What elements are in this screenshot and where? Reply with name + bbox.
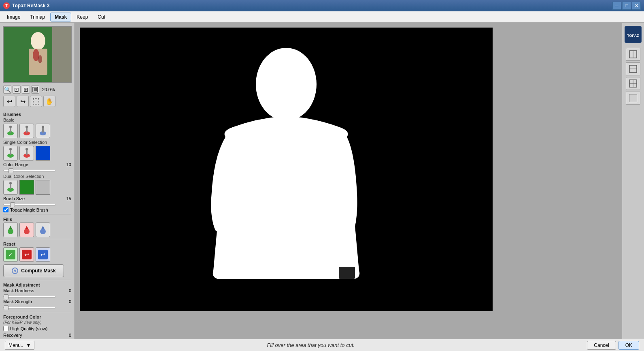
svg-point-2 — [31, 32, 45, 50]
zoom-fit-button[interactable]: 🔍 — [3, 86, 11, 94]
reset-red-btn[interactable]: ↩ — [19, 247, 34, 262]
canvas-area[interactable] — [75, 23, 622, 339]
svg-text:TOPAZ: TOPAZ — [627, 34, 639, 38]
svg-point-14 — [26, 126, 28, 128]
app-title: Topaz ReMask 3 — [12, 3, 49, 9]
divider3 — [3, 280, 71, 280]
mask-canvas[interactable] — [80, 28, 493, 311]
reset-blue-btn[interactable]: ↩ — [36, 247, 50, 262]
menu-image[interactable]: Image — [2, 13, 25, 21]
compute-mask-button[interactable]: Compute Mask — [3, 264, 64, 277]
sc-cut-icon[interactable] — [19, 146, 34, 161]
titlebar: T Topaz ReMask 3 ─ □ ✕ — [0, 0, 644, 11]
dc-swatch1[interactable] — [19, 180, 34, 195]
reset-green-btn[interactable]: ✓ — [3, 247, 18, 262]
cut-brush-icon[interactable] — [19, 124, 34, 138]
menu-dropdown-label: Menu... — [9, 342, 25, 348]
zoom-value: 20.0% — [40, 87, 56, 92]
foreground-color-header: Foreground Color — [3, 315, 71, 319]
mask-strength-value: 0 — [60, 299, 71, 304]
svg-text:✓: ✓ — [8, 251, 13, 258]
color-range-value: 10 — [60, 162, 71, 167]
magic-brush-row[interactable]: Topaz Magic Brush — [3, 207, 71, 212]
thumbnail-preview — [3, 26, 72, 83]
select-button[interactable] — [30, 96, 42, 107]
magic-brush-checkbox[interactable] — [3, 207, 9, 212]
sc-keep-icon[interactable] — [3, 146, 18, 161]
divider2 — [3, 239, 71, 239]
menu-cut[interactable]: Cut — [93, 13, 110, 21]
menu-trimap[interactable]: Trimap — [26, 13, 49, 21]
svg-point-29 — [24, 229, 30, 234]
color-range-label: Color Range — [3, 162, 60, 167]
person-silhouette — [193, 44, 379, 295]
high-quality-checkbox[interactable] — [3, 326, 9, 331]
cancel-button[interactable]: Cancel — [587, 341, 616, 350]
statusbar-left: Menu... ▼ — [5, 341, 34, 350]
menu-dropdown-arrow: ▼ — [26, 342, 31, 348]
svg-rect-7 — [34, 88, 37, 91]
color-range-slider[interactable] — [3, 170, 56, 171]
layout-btn-1[interactable] — [626, 48, 640, 61]
thumbnail-image — [4, 27, 71, 82]
sc-color-swatch[interactable] — [36, 146, 50, 161]
mask-strength-slider[interactable] — [3, 307, 56, 308]
svg-rect-43 — [339, 267, 355, 279]
layout-btn-2[interactable] — [626, 62, 640, 75]
dc-keep-icon[interactable] — [3, 180, 18, 195]
hand-tool-button[interactable]: ✋ — [43, 96, 55, 107]
fill-mixed-icon[interactable] — [36, 223, 50, 237]
svg-point-17 — [42, 126, 44, 128]
reset-header: Reset — [3, 242, 71, 246]
mask-hardness-value: 0 — [60, 288, 71, 293]
undo-button[interactable]: ↩ — [3, 96, 15, 107]
svg-point-40 — [14, 270, 16, 272]
svg-point-41 — [256, 48, 317, 121]
svg-marker-32 — [41, 226, 45, 229]
zoom-100-button[interactable] — [31, 86, 39, 94]
reset-row: ✓ ↩ ↩ — [3, 247, 71, 262]
svg-rect-8 — [33, 98, 39, 104]
panel-scroll: Brushes Basic — [0, 108, 74, 339]
mask-strength-row: Mask Strength 0 — [3, 299, 71, 304]
fill-keep-icon[interactable] — [3, 223, 18, 237]
basic-brushes-row — [3, 124, 71, 138]
brush-size-label: Brush Size — [3, 196, 60, 201]
svg-point-11 — [9, 126, 12, 128]
dc-swatch2[interactable] — [36, 180, 50, 195]
high-quality-row[interactable]: High Quality (slow) — [3, 326, 71, 331]
keep-brush-icon[interactable] — [3, 124, 18, 138]
recovery-row: Recovery 0 — [3, 333, 71, 338]
brush-size-row: Brush Size 15 — [3, 196, 71, 201]
close-button[interactable]: ✕ — [632, 2, 641, 10]
zoom-actual-button[interactable]: ⊡ — [13, 86, 21, 94]
svg-point-26 — [9, 182, 12, 184]
ok-button[interactable]: OK — [618, 341, 639, 350]
minimize-button[interactable]: ─ — [612, 2, 621, 10]
zoom-select-button[interactable]: ⊞ — [22, 86, 30, 94]
dual-color-brushes — [3, 180, 71, 195]
titlebar-left: T Topaz ReMask 3 — [3, 2, 49, 9]
svg-marker-28 — [9, 226, 12, 229]
brush-size-slider[interactable] — [3, 204, 56, 205]
menu-keep[interactable]: Keep — [72, 13, 92, 21]
left-panel: 🔍 ⊡ ⊞ 20.0% ↩ ↪ ✋ Brushes Basic — [0, 23, 75, 339]
divider4 — [3, 312, 71, 312]
zoom-bar: 🔍 ⊡ ⊞ 20.0% — [0, 84, 74, 95]
fill-cut-icon[interactable] — [19, 223, 34, 237]
status-message: Fill over the area that you want to cut. — [34, 342, 587, 348]
mask-hardness-slider[interactable] — [3, 296, 56, 297]
layout-btn-3[interactable] — [626, 77, 640, 90]
layout-btn-4[interactable] — [626, 92, 640, 105]
titlebar-controls[interactable]: ─ □ ✕ — [612, 2, 641, 10]
redo-button[interactable]: ↪ — [17, 96, 29, 107]
topaz-logo: TOPAZ — [625, 26, 642, 43]
recovery-label: Recovery — [3, 333, 60, 338]
mixed-brush-icon[interactable] — [36, 124, 50, 138]
menu-dropdown[interactable]: Menu... ▼ — [5, 341, 34, 350]
restore-button[interactable]: □ — [622, 2, 631, 10]
recovery-value: 0 — [60, 333, 71, 338]
menu-mask[interactable]: Mask — [50, 13, 71, 21]
mask-strength-label: Mask Strength — [3, 299, 60, 304]
menubar: Image Trimap Mask Keep Cut — [0, 11, 644, 23]
